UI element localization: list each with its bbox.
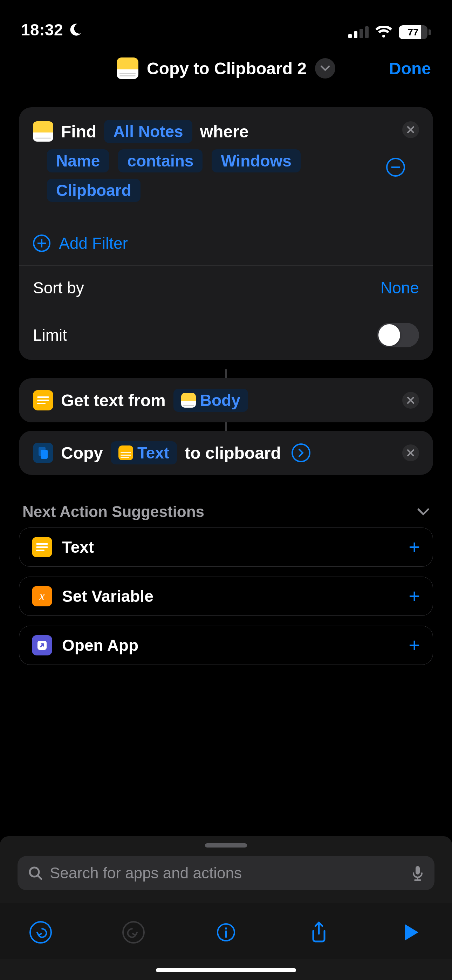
suggestions-header[interactable]: Next Action Suggestions	[19, 475, 433, 528]
close-icon	[407, 449, 414, 457]
suggestion-open-app[interactable]: Open App +	[19, 626, 433, 665]
battery-icon: 77	[399, 25, 431, 39]
limit-label: Limit	[33, 326, 67, 345]
bottom-panel: Search for apps and actions	[0, 836, 452, 980]
status-time: 18:32	[21, 20, 63, 39]
copy-suffix: to clipboard	[185, 443, 281, 463]
page-title: Copy to Clipboard 2	[147, 59, 307, 78]
remove-filter-button[interactable]	[386, 158, 405, 177]
info-icon	[216, 923, 236, 942]
undo-button[interactable]	[28, 920, 53, 945]
suggestion-label: Set Variable	[62, 587, 399, 606]
filter-value-token[interactable]: Windows	[212, 149, 300, 172]
clipboard-action-icon	[33, 443, 53, 463]
do-not-disturb-icon	[68, 23, 82, 37]
search-icon	[28, 866, 43, 880]
mic-icon[interactable]	[411, 865, 424, 881]
wifi-icon	[376, 26, 392, 38]
get-text-variable-token[interactable]: Body	[173, 389, 248, 412]
search-input[interactable]: Search for apps and actions	[18, 856, 434, 890]
delete-action-button[interactable]	[402, 121, 419, 138]
variable-action-icon: x	[32, 586, 52, 606]
add-filter-label: Add Filter	[59, 234, 128, 253]
find-verb: Find	[61, 122, 96, 141]
share-icon	[310, 921, 328, 943]
plus-circle-icon	[33, 234, 51, 252]
close-icon	[407, 396, 414, 404]
suggestions-title: Next Action Suggestions	[22, 503, 417, 520]
sheet-grabber[interactable]	[205, 843, 247, 848]
filter-value-token[interactable]: Clipboard	[47, 179, 140, 202]
text-action-icon	[32, 537, 52, 557]
notes-app-icon	[181, 393, 196, 407]
sort-by-row[interactable]: Sort by None	[19, 265, 433, 310]
sort-by-label: Sort by	[33, 278, 84, 297]
share-button[interactable]	[306, 920, 331, 945]
play-icon	[403, 923, 420, 942]
get-text-prefix: Get text from	[61, 391, 166, 410]
svg-rect-4	[415, 866, 420, 875]
redo-icon	[127, 926, 140, 939]
open-app-action-icon	[32, 635, 52, 655]
sort-by-value[interactable]: None	[380, 278, 419, 297]
redo-button	[121, 920, 146, 945]
delete-action-button[interactable]	[402, 444, 419, 461]
suggestion-set-variable[interactable]: x Set Variable +	[19, 577, 433, 616]
copy-clipboard-action[interactable]: Copy Text to clipboard	[19, 431, 433, 475]
notes-app-icon	[117, 57, 138, 79]
copy-variable-token[interactable]: Text	[111, 441, 177, 465]
add-filter-button[interactable]: Add Filter	[19, 221, 433, 265]
text-icon	[118, 445, 133, 460]
status-bar: 18:32 77	[0, 0, 452, 46]
notes-app-icon	[33, 121, 53, 142]
done-button[interactable]: Done	[389, 59, 431, 78]
get-text-action[interactable]: Get text from Body	[19, 378, 433, 422]
undo-icon	[34, 926, 47, 939]
cellular-icon	[348, 26, 369, 38]
suggestion-label: Open App	[62, 636, 399, 655]
delete-action-button[interactable]	[402, 392, 419, 409]
close-icon	[407, 126, 414, 134]
svg-rect-1	[41, 450, 48, 459]
chevron-down-icon	[417, 508, 430, 515]
run-button[interactable]	[399, 920, 424, 945]
home-indicator[interactable]	[156, 968, 296, 972]
find-notes-action[interactable]: Find All Notes where Name contains Windo…	[19, 107, 433, 360]
limit-toggle[interactable]	[377, 323, 419, 347]
filter-field-token[interactable]: Name	[47, 149, 109, 172]
shortcut-title-button[interactable]: Copy to Clipboard 2	[117, 57, 335, 79]
info-button[interactable]	[213, 920, 239, 945]
nav-bar: Copy to Clipboard 2 Done	[0, 46, 452, 91]
filter-condition-token[interactable]: contains	[118, 149, 202, 172]
minus-icon	[392, 167, 400, 168]
limit-row: Limit	[19, 310, 433, 360]
suggestion-text[interactable]: Text +	[19, 528, 433, 567]
show-more-button[interactable]	[291, 443, 310, 462]
text-action-icon	[33, 390, 53, 410]
chevron-down-icon	[321, 65, 330, 71]
chevron-right-icon	[298, 448, 304, 457]
copy-verb: Copy	[61, 443, 103, 463]
title-menu-button[interactable]	[315, 58, 335, 78]
bottom-toolbar	[0, 903, 452, 959]
suggestion-label: Text	[62, 538, 399, 557]
search-placeholder: Search for apps and actions	[50, 864, 404, 882]
find-source-token[interactable]: All Notes	[104, 120, 192, 143]
svg-point-6	[225, 928, 227, 929]
find-where: where	[200, 122, 249, 141]
